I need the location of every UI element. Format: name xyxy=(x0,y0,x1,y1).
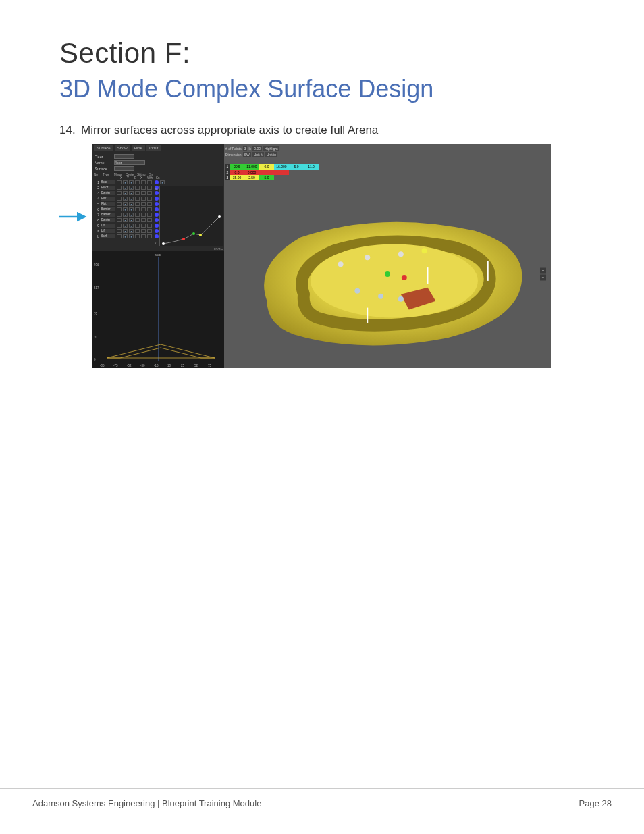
footer-left: Adamson Systems Engineering | Blueprint … xyxy=(32,798,261,808)
side-x-tick: -05 xyxy=(100,364,105,367)
floor-select[interactable] xyxy=(114,154,134,159)
side-x-tick: 10 xyxy=(167,364,171,367)
step-number: 14. xyxy=(59,124,81,137)
svg-point-11 xyxy=(365,255,370,260)
side-elevation-chart: side 936 517 70 30 0 -05 -75 -52 -30 -15 xyxy=(92,251,224,368)
side-x-tick: 25 xyxy=(181,364,184,367)
svg-point-13 xyxy=(422,248,427,253)
dimension-label: Dimension xyxy=(225,153,242,157)
svg-point-17 xyxy=(378,294,383,299)
side-x-tick: -75 xyxy=(113,364,118,367)
section-title: 3D Mode Complex Surface Design xyxy=(59,75,612,103)
viewport-zoom-controls: + − xyxy=(540,267,547,282)
step-text: 14.Mirror surfaces across appropriate ax… xyxy=(59,124,612,137)
le-label: le xyxy=(248,147,251,151)
svg-point-14 xyxy=(385,271,390,277)
dimension-value[interactable]: SW xyxy=(243,152,251,157)
svg-point-8 xyxy=(311,244,478,317)
unit-in-button[interactable]: Unit in xyxy=(265,152,277,157)
svg-point-16 xyxy=(354,288,360,294)
tab-input[interactable]: Input xyxy=(146,145,161,151)
surface-row[interactable]: 1floor xyxy=(94,180,224,185)
le-value[interactable]: 0.00 xyxy=(252,146,262,151)
app-screenshot: Surface Show Hide Input Floor Namefloor … xyxy=(92,144,551,368)
footer-right: Page 28 xyxy=(579,798,612,808)
svg-point-10 xyxy=(338,261,344,267)
side-y-tick: 936 xyxy=(94,263,99,267)
side-y-tick: 70 xyxy=(94,312,97,315)
side-y-tick: 517 xyxy=(94,286,99,290)
highlight-button[interactable]: Highlight xyxy=(263,146,279,151)
unit-ft-button[interactable]: Unit ft xyxy=(252,152,264,157)
name-input[interactable]: floor xyxy=(114,160,145,165)
side-x-tick: -52 xyxy=(127,364,132,367)
zoom-in-button[interactable]: + xyxy=(540,268,546,274)
points-label: # of Points xyxy=(225,147,242,151)
coordinate-data-table: 129.511.0000.016.0005.011.020.00.000335.… xyxy=(225,164,319,180)
svg-marker-6 xyxy=(107,344,215,358)
svg-point-12 xyxy=(398,251,404,257)
tab-surface[interactable]: Surface xyxy=(94,145,113,151)
profile-chart: 10 0 XY/Om xyxy=(159,186,223,246)
name-label: Name xyxy=(95,161,112,165)
tab-bar: Surface Show Hide Input xyxy=(92,144,224,152)
tab-hide[interactable]: Hide xyxy=(132,145,145,151)
svg-point-4 xyxy=(199,234,202,236)
step-body: Mirror surfaces across appropriate axis … xyxy=(81,124,378,136)
3d-viewport[interactable]: + − xyxy=(227,183,548,365)
svg-point-3 xyxy=(192,232,195,235)
callout-arrow-icon xyxy=(58,211,89,222)
surface-label: Surface xyxy=(95,167,112,171)
floor-label: Floor xyxy=(95,155,112,159)
svg-point-15 xyxy=(402,275,407,280)
tab-show[interactable]: Show xyxy=(115,145,130,151)
left-panel: Surface Show Hide Input Floor Namefloor … xyxy=(92,144,224,368)
svg-point-5 xyxy=(218,215,221,218)
profile-y-bot: 0 xyxy=(155,241,156,244)
top-right-controls: # of Points 3 le 0.00 Highlight Dimensio… xyxy=(225,145,279,157)
screenshot-figure: Surface Show Hide Input Floor Namefloor … xyxy=(92,144,612,368)
side-y-tick: 0 xyxy=(94,358,96,361)
svg-point-18 xyxy=(398,296,404,302)
side-x-tick: 52 xyxy=(194,364,198,367)
side-y-tick: 30 xyxy=(94,336,97,339)
zoom-out-button[interactable]: − xyxy=(540,275,546,281)
side-x-tick: 75 xyxy=(208,364,211,367)
profile-y-top: 10 xyxy=(155,188,157,191)
svg-point-2 xyxy=(182,238,185,240)
side-x-tick: -15 xyxy=(154,364,159,367)
svg-point-1 xyxy=(162,242,165,245)
section-label: Section F: xyxy=(59,37,612,70)
points-value[interactable]: 3 xyxy=(243,146,248,151)
surface-select[interactable] xyxy=(114,166,134,171)
page-footer: Adamson Systems Engineering | Blueprint … xyxy=(0,788,644,808)
side-x-tick: -30 xyxy=(140,364,145,367)
